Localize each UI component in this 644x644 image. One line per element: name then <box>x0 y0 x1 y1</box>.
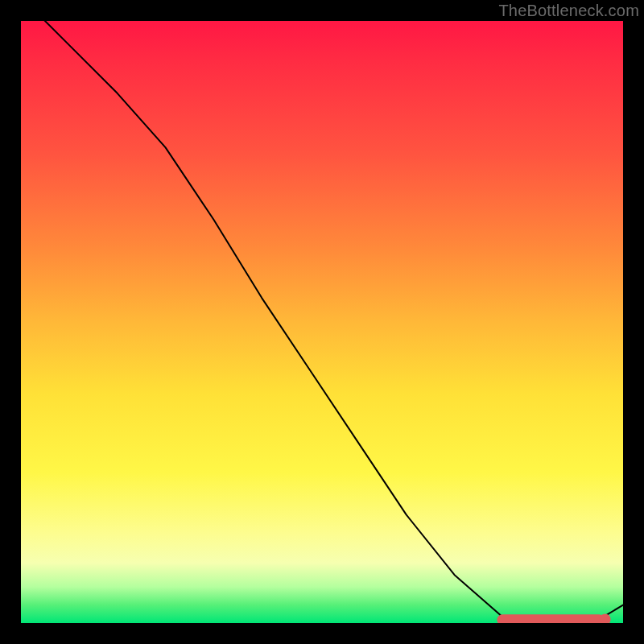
chart-frame: TheBottleneck.com <box>0 0 644 644</box>
bottleneck-curve <box>21 21 623 620</box>
watermark-label: TheBottleneck.com <box>498 2 639 20</box>
plot-area <box>21 21 623 623</box>
chart-svg <box>21 21 623 623</box>
